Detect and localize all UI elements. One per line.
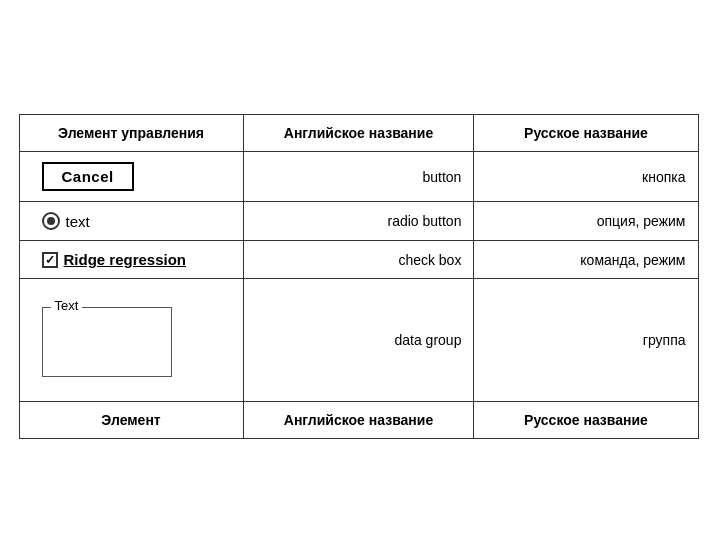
radio-english-cell: radio button — [243, 202, 474, 241]
radio-widget: text — [42, 212, 90, 230]
radio-label: text — [66, 213, 90, 230]
cancel-button[interactable]: Cancel — [42, 162, 134, 191]
header-col1: Элемент управления — [19, 115, 243, 152]
checkbox-row: ✓ Ridge regression check box команда, ре… — [19, 241, 698, 279]
checkbox-russian-cell: команда, режим — [474, 241, 698, 279]
datagroup-widget: Text — [42, 307, 172, 377]
main-container: Элемент управления Английское название Р… — [19, 114, 699, 439]
footer-col2: Английское название — [243, 402, 474, 439]
datagroup-element-cell: Text — [19, 279, 243, 402]
checkbox-label: Ridge regression — [64, 251, 187, 268]
checkbox-english-cell: check box — [243, 241, 474, 279]
radio-circle — [42, 212, 60, 230]
footer-col3: Русское название — [474, 402, 698, 439]
button-row: Cancel button кнопка — [19, 152, 698, 202]
footer-row: Элемент Английское название Русское назв… — [19, 402, 698, 439]
datagroup-english-cell: data group — [243, 279, 474, 402]
header-row: Элемент управления Английское название Р… — [19, 115, 698, 152]
button-widget-container: Cancel — [32, 162, 231, 191]
button-russian-cell: кнопка — [474, 152, 698, 202]
datagroup-row: Text data group группа — [19, 279, 698, 402]
button-english-cell: button — [243, 152, 474, 202]
radio-widget-container: text — [32, 212, 231, 230]
header-col2: Английское название — [243, 115, 474, 152]
checkbox-widget-container: ✓ Ridge regression — [32, 251, 231, 268]
group-label: Text — [51, 298, 83, 313]
radio-dot — [47, 217, 55, 225]
ui-elements-table: Элемент управления Английское название Р… — [19, 114, 699, 439]
header-col3: Русское название — [474, 115, 698, 152]
footer-col1: Элемент — [19, 402, 243, 439]
radio-row: text radio button опция, режим — [19, 202, 698, 241]
radio-element-cell: text — [19, 202, 243, 241]
checkbox-widget: ✓ Ridge regression — [42, 251, 187, 268]
radio-russian-cell: опция, режим — [474, 202, 698, 241]
checkbox-element-cell: ✓ Ridge regression — [19, 241, 243, 279]
datagroup-russian-cell: группа — [474, 279, 698, 402]
button-element-cell: Cancel — [19, 152, 243, 202]
checkbox-check-mark: ✓ — [45, 253, 55, 267]
checkbox-box: ✓ — [42, 252, 58, 268]
datagroup-widget-container: Text — [32, 289, 231, 391]
